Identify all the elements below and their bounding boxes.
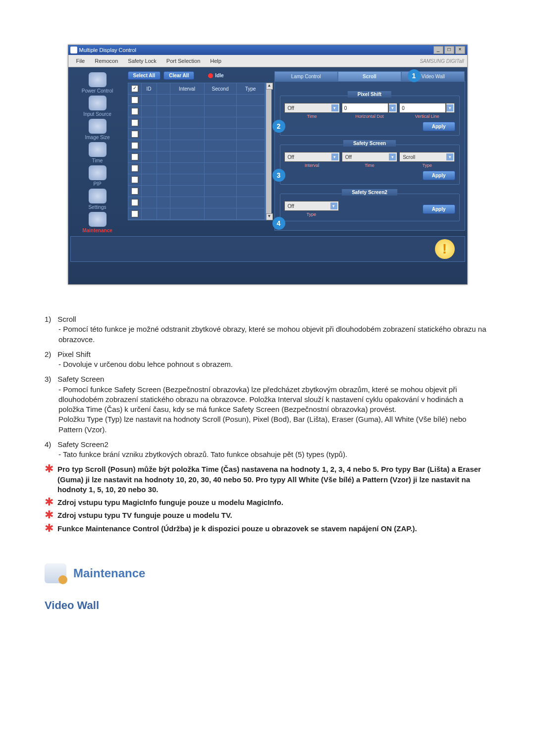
sidebar-item-power-control[interactable]: Power Control [70, 72, 125, 94]
pixel-shift-legend: Pixel Shift [348, 91, 391, 98]
doc-num: 4) [45, 440, 55, 450]
table-row[interactable] [128, 186, 265, 197]
safety-interval-select[interactable]: Off ▾ [284, 152, 340, 162]
minimize-button[interactable]: _ [433, 46, 443, 54]
sidebar-item-label: Input Source [70, 111, 125, 117]
star-icon: ✱ [45, 498, 57, 507]
safety-time-select[interactable]: Off ▾ [342, 152, 397, 162]
select-all-button[interactable]: Select All [128, 71, 161, 80]
doc-title: Scroll [57, 315, 76, 323]
sidebar-item-input-source[interactable]: Input Source [70, 96, 125, 117]
table-row[interactable] [128, 140, 265, 151]
row-checkbox[interactable] [131, 131, 138, 138]
close-button[interactable]: × [455, 46, 465, 54]
toolbar: Select All Clear All Idle [128, 69, 271, 83]
scroll-up-icon[interactable]: ▲ [266, 83, 273, 90]
pixel-shift-apply-button[interactable]: Apply [423, 122, 455, 131]
scroll-down-icon[interactable]: ▼ [266, 213, 273, 220]
table-row[interactable] [128, 174, 265, 186]
doc-desc: - Dovoluje v určenou dobu lehce pohnout … [45, 359, 490, 369]
grid-scrollbar[interactable]: ▲ ▼ [266, 83, 271, 220]
tab-bar: Lamp Control Scroll Video Wall [274, 71, 465, 82]
safety-screen2-legend: Safety Screen2 [342, 189, 397, 196]
table-row[interactable] [128, 197, 265, 208]
row-checkbox[interactable] [131, 199, 138, 206]
section-title: Maintenance [73, 565, 145, 581]
sidebar-item-pip[interactable]: PIP [70, 165, 125, 187]
vline-label: Vertical Line [399, 114, 455, 119]
star-icon: ✱ [45, 464, 57, 495]
col-id: ID [142, 83, 157, 94]
row-checkbox[interactable] [131, 119, 138, 126]
safety-screen2-apply-button[interactable]: Apply [423, 204, 455, 214]
row-checkbox[interactable] [131, 188, 138, 195]
star-icon: ✱ [45, 524, 57, 534]
idle-indicator: Idle [208, 73, 223, 78]
time-label: Time [342, 163, 397, 168]
menu-help[interactable]: Help [205, 58, 226, 64]
row-checkbox[interactable] [131, 176, 138, 183]
menu-remocon[interactable]: Remocon [90, 58, 123, 64]
table-row[interactable] [128, 117, 265, 129]
table-row[interactable] [128, 95, 265, 106]
chevron-down-icon: ▾ [446, 104, 453, 111]
note-row: ✱ Zdroj vstupu typu TV funguje pouze u m… [45, 510, 490, 520]
safety-screen2-group: Safety Screen2 Off ▾ Type [280, 194, 460, 221]
safety-screen-apply-button[interactable]: Apply [423, 171, 455, 180]
sidebar-item-image-size[interactable]: Image Size [70, 119, 125, 140]
row-checkbox[interactable] [131, 153, 138, 160]
maintenance-section-icon [45, 563, 66, 583]
doc-title: Safety Screen [57, 375, 104, 383]
note-row: ✱ Funkce Maintenance Control (Údržba) je… [45, 524, 490, 534]
row-checkbox[interactable] [131, 97, 138, 103]
titlebar: Multiple Display Control _ □ × [68, 45, 467, 55]
chevron-down-icon: ▾ [331, 104, 338, 111]
tab-scroll[interactable]: Scroll [338, 71, 401, 81]
col-status [157, 83, 170, 94]
hdot-input[interactable]: 0 [342, 103, 388, 113]
maximize-button[interactable]: □ [444, 46, 454, 54]
menu-safety-lock[interactable]: Safety Lock [123, 58, 161, 64]
sidebar-item-settings[interactable]: Settings [70, 189, 125, 210]
vline-stepper[interactable]: ▾ [446, 103, 455, 113]
table-row[interactable] [128, 106, 265, 117]
clear-all-button[interactable]: Clear All [163, 71, 194, 80]
callout-2: 2 [272, 120, 285, 133]
sidebar-item-maintenance[interactable]: Maintenance [70, 212, 125, 233]
subsection-title: Video Wall [45, 598, 490, 613]
table-row[interactable] [128, 163, 265, 174]
pixel-shift-time-select[interactable]: Off ▾ [284, 103, 340, 113]
idle-dot-icon [208, 73, 213, 78]
maintenance-icon [89, 212, 107, 227]
doc-title: Pixel Shift [57, 350, 91, 358]
type-label: Type [284, 212, 339, 217]
vline-input[interactable]: 0 [399, 103, 446, 113]
warning-icon: ! [435, 239, 455, 259]
note-text: Zdroj vstupu typu TV funguje pouze u mod… [57, 510, 232, 520]
row-checkbox[interactable] [131, 210, 138, 217]
table-row[interactable] [128, 129, 265, 140]
safety-type-select[interactable]: Scroll ▾ [399, 152, 455, 162]
menu-port-selection[interactable]: Port Selection [161, 58, 205, 64]
callout-3: 3 [272, 169, 285, 182]
doc-num: 3) [45, 374, 55, 384]
row-checkbox[interactable] [131, 108, 138, 115]
menu-file[interactable]: File [71, 58, 90, 64]
table-row[interactable] [128, 151, 265, 163]
tab-lamp-control[interactable]: Lamp Control [274, 71, 338, 81]
sidebar-item-time[interactable]: Time [70, 142, 125, 163]
input-source-icon [89, 96, 107, 110]
hdot-stepper[interactable]: ▾ [388, 103, 397, 113]
interval-label: Interval [284, 163, 340, 168]
note-row: ✱ Pro typ Scroll (Posun) může být položk… [45, 464, 490, 495]
row-checkbox[interactable] [131, 142, 138, 149]
hdot-label: Horizontal Dot [342, 114, 397, 119]
row-checkbox[interactable] [131, 165, 138, 172]
settings-icon [89, 189, 107, 203]
header-checkbox[interactable] [131, 85, 138, 92]
doc-desc: - Tato funkce brání vzniku zbytkových ob… [45, 450, 490, 459]
table-row[interactable] [128, 208, 265, 220]
safety2-type-select[interactable]: Off ▾ [284, 201, 339, 211]
brand-label: SAMSUNG DIGITall [226, 58, 464, 64]
doc-num: 1) [45, 314, 55, 324]
